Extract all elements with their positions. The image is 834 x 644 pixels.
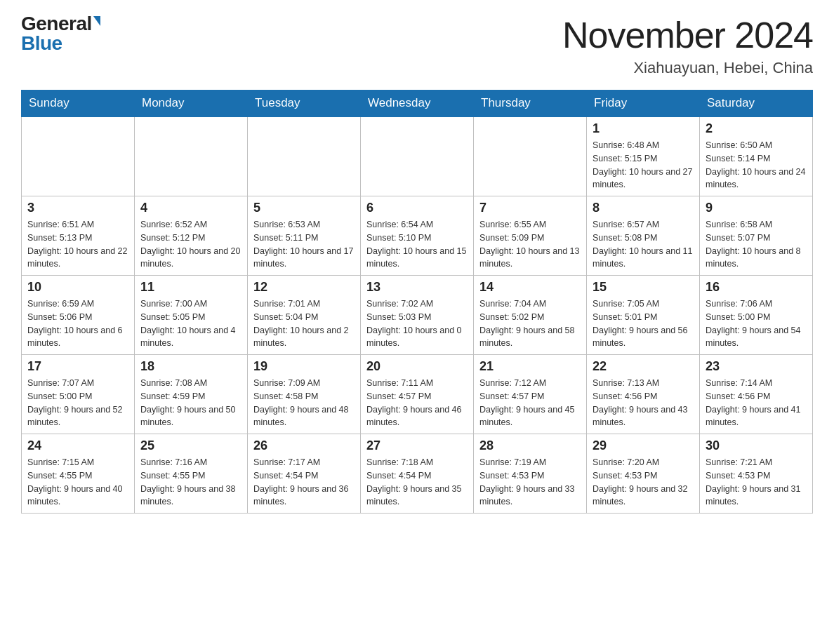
calendar-cell: 28Sunrise: 7:19 AM Sunset: 4:53 PM Dayli… (474, 434, 587, 514)
day-number: 30 (706, 438, 807, 453)
day-number: 12 (253, 280, 355, 295)
day-number: 29 (593, 438, 694, 453)
day-detail: Sunrise: 7:08 AM Sunset: 4:59 PM Dayligh… (140, 377, 241, 429)
day-number: 27 (366, 438, 468, 453)
day-number: 5 (253, 201, 355, 215)
calendar-cell: 23Sunrise: 7:14 AM Sunset: 4:56 PM Dayli… (700, 355, 813, 434)
calendar-cell: 6Sunrise: 6:54 AM Sunset: 5:10 PM Daylig… (361, 196, 474, 276)
day-detail: Sunrise: 7:20 AM Sunset: 4:53 PM Dayligh… (593, 456, 694, 509)
calendar-week-1: 1Sunrise: 6:48 AM Sunset: 5:15 PM Daylig… (22, 116, 813, 196)
calendar-cell: 24Sunrise: 7:15 AM Sunset: 4:55 PM Dayli… (22, 434, 135, 514)
day-detail: Sunrise: 7:21 AM Sunset: 4:53 PM Dayligh… (706, 456, 807, 509)
day-detail: Sunrise: 7:16 AM Sunset: 4:55 PM Dayligh… (140, 456, 241, 509)
day-detail: Sunrise: 7:11 AM Sunset: 4:57 PM Dayligh… (366, 377, 468, 429)
day-number: 17 (27, 359, 128, 374)
calendar-cell: 25Sunrise: 7:16 AM Sunset: 4:55 PM Dayli… (135, 434, 248, 514)
calendar-cell: 30Sunrise: 7:21 AM Sunset: 4:53 PM Dayli… (700, 434, 813, 514)
calendar-week-4: 17Sunrise: 7:07 AM Sunset: 5:00 PM Dayli… (22, 355, 813, 434)
calendar-cell: 10Sunrise: 6:59 AM Sunset: 5:06 PM Dayli… (22, 276, 135, 355)
calendar-cell: 13Sunrise: 7:02 AM Sunset: 5:03 PM Dayli… (361, 276, 474, 355)
calendar-cell: 19Sunrise: 7:09 AM Sunset: 4:58 PM Dayli… (248, 355, 361, 434)
day-detail: Sunrise: 6:57 AM Sunset: 5:08 PM Dayligh… (593, 218, 694, 271)
calendar-week-3: 10Sunrise: 6:59 AM Sunset: 5:06 PM Dayli… (22, 276, 813, 355)
day-number: 24 (27, 438, 128, 453)
day-detail: Sunrise: 7:09 AM Sunset: 4:58 PM Dayligh… (253, 377, 355, 429)
day-detail: Sunrise: 7:01 AM Sunset: 5:04 PM Dayligh… (253, 297, 355, 350)
day-number: 10 (27, 280, 128, 295)
month-year-title: November 2024 (562, 14, 813, 56)
calendar-cell (248, 116, 361, 196)
day-detail: Sunrise: 7:17 AM Sunset: 4:54 PM Dayligh… (253, 456, 355, 509)
day-detail: Sunrise: 6:59 AM Sunset: 5:06 PM Dayligh… (27, 297, 128, 350)
calendar-cell: 20Sunrise: 7:11 AM Sunset: 4:57 PM Dayli… (361, 355, 474, 434)
title-block: November 2024 Xiahuayuan, Hebei, China (562, 14, 813, 77)
weekday-header-tuesday: Tuesday (248, 90, 361, 117)
day-number: 1 (593, 121, 694, 136)
calendar-cell (135, 116, 248, 196)
day-number: 8 (593, 201, 694, 215)
day-number: 28 (479, 438, 581, 453)
weekday-header-friday: Friday (587, 90, 700, 117)
calendar-cell: 18Sunrise: 7:08 AM Sunset: 4:59 PM Dayli… (135, 355, 248, 434)
day-detail: Sunrise: 7:18 AM Sunset: 4:54 PM Dayligh… (366, 456, 468, 509)
calendar-cell: 27Sunrise: 7:18 AM Sunset: 4:54 PM Dayli… (361, 434, 474, 514)
calendar-cell: 29Sunrise: 7:20 AM Sunset: 4:53 PM Dayli… (587, 434, 700, 514)
day-detail: Sunrise: 7:05 AM Sunset: 5:01 PM Dayligh… (593, 297, 694, 350)
day-number: 11 (140, 280, 241, 295)
calendar-cell (361, 116, 474, 196)
calendar-cell: 9Sunrise: 6:58 AM Sunset: 5:07 PM Daylig… (700, 196, 813, 276)
day-number: 16 (706, 280, 807, 295)
day-detail: Sunrise: 7:19 AM Sunset: 4:53 PM Dayligh… (479, 456, 581, 509)
weekday-header-sunday: Sunday (22, 90, 135, 117)
calendar-cell: 26Sunrise: 7:17 AM Sunset: 4:54 PM Dayli… (248, 434, 361, 514)
calendar-cell: 15Sunrise: 7:05 AM Sunset: 5:01 PM Dayli… (587, 276, 700, 355)
day-detail: Sunrise: 6:55 AM Sunset: 5:09 PM Dayligh… (479, 218, 581, 271)
day-detail: Sunrise: 7:12 AM Sunset: 4:57 PM Dayligh… (479, 377, 581, 429)
day-detail: Sunrise: 7:13 AM Sunset: 4:56 PM Dayligh… (593, 377, 694, 429)
day-number: 20 (366, 359, 468, 374)
day-detail: Sunrise: 7:00 AM Sunset: 5:05 PM Dayligh… (140, 297, 241, 350)
weekday-header-row: SundayMondayTuesdayWednesdayThursdayFrid… (22, 90, 813, 117)
location-subtitle: Xiahuayuan, Hebei, China (562, 59, 813, 77)
day-number: 18 (140, 359, 241, 374)
day-detail: Sunrise: 6:48 AM Sunset: 5:15 PM Dayligh… (593, 139, 694, 192)
calendar-cell: 5Sunrise: 6:53 AM Sunset: 5:11 PM Daylig… (248, 196, 361, 276)
weekday-header-wednesday: Wednesday (361, 90, 474, 117)
day-detail: Sunrise: 6:53 AM Sunset: 5:11 PM Dayligh… (253, 218, 355, 271)
day-detail: Sunrise: 7:04 AM Sunset: 5:02 PM Dayligh… (479, 297, 581, 350)
day-number: 13 (366, 280, 468, 295)
day-detail: Sunrise: 6:51 AM Sunset: 5:13 PM Dayligh… (27, 218, 128, 271)
day-detail: Sunrise: 6:52 AM Sunset: 5:12 PM Dayligh… (140, 218, 241, 271)
calendar-cell: 12Sunrise: 7:01 AM Sunset: 5:04 PM Dayli… (248, 276, 361, 355)
calendar-cell: 8Sunrise: 6:57 AM Sunset: 5:08 PM Daylig… (587, 196, 700, 276)
day-detail: Sunrise: 6:58 AM Sunset: 5:07 PM Dayligh… (706, 218, 807, 271)
day-detail: Sunrise: 6:50 AM Sunset: 5:14 PM Dayligh… (706, 139, 807, 192)
calendar-cell: 7Sunrise: 6:55 AM Sunset: 5:09 PM Daylig… (474, 196, 587, 276)
calendar-table: SundayMondayTuesdayWednesdayThursdayFrid… (21, 90, 813, 514)
calendar-cell: 2Sunrise: 6:50 AM Sunset: 5:14 PM Daylig… (700, 116, 813, 196)
calendar-cell: 16Sunrise: 7:06 AM Sunset: 5:00 PM Dayli… (700, 276, 813, 355)
calendar-cell (474, 116, 587, 196)
day-number: 3 (27, 201, 128, 215)
calendar-week-5: 24Sunrise: 7:15 AM Sunset: 4:55 PM Dayli… (22, 434, 813, 514)
calendar-cell: 17Sunrise: 7:07 AM Sunset: 5:00 PM Dayli… (22, 355, 135, 434)
calendar-cell: 21Sunrise: 7:12 AM Sunset: 4:57 PM Dayli… (474, 355, 587, 434)
logo: General Blue (21, 14, 100, 53)
day-number: 4 (140, 201, 241, 215)
logo-triangle-icon (93, 16, 100, 26)
day-number: 23 (706, 359, 807, 374)
day-number: 7 (479, 201, 581, 215)
calendar-cell: 4Sunrise: 6:52 AM Sunset: 5:12 PM Daylig… (135, 196, 248, 276)
day-number: 25 (140, 438, 241, 453)
day-detail: Sunrise: 7:14 AM Sunset: 4:56 PM Dayligh… (706, 377, 807, 429)
logo-blue-text: Blue (21, 34, 62, 53)
weekday-header-monday: Monday (135, 90, 248, 117)
day-detail: Sunrise: 7:15 AM Sunset: 4:55 PM Dayligh… (27, 456, 128, 509)
calendar-cell: 3Sunrise: 6:51 AM Sunset: 5:13 PM Daylig… (22, 196, 135, 276)
day-number: 21 (479, 359, 581, 374)
logo-general-text: General (21, 14, 92, 34)
calendar-cell: 14Sunrise: 7:04 AM Sunset: 5:02 PM Dayli… (474, 276, 587, 355)
day-number: 26 (253, 438, 355, 453)
day-number: 19 (253, 359, 355, 374)
weekday-header-saturday: Saturday (700, 90, 813, 117)
